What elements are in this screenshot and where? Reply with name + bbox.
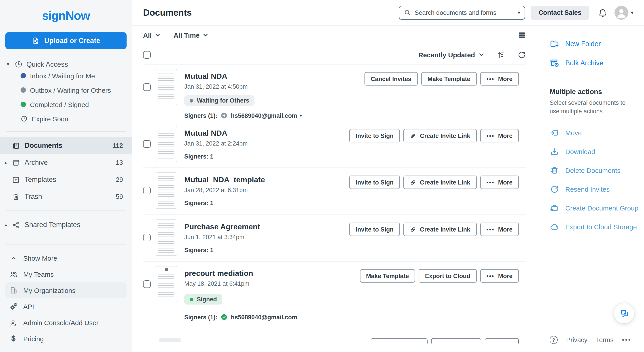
more-button[interactable]: ••• More [480, 129, 519, 142]
contact-sales-button[interactable]: Contact Sales [531, 6, 589, 20]
create-invite-link-button[interactable]: Create Invite Link [404, 129, 476, 142]
document-title[interactable]: Mutual NDA [184, 129, 248, 138]
filter-row: All All Time [132, 26, 537, 45]
download-action[interactable]: Download [550, 142, 644, 161]
sidebar-item-label: Outbox / Waiting for Others [30, 86, 111, 94]
signers-label: Signers (1): [184, 314, 218, 320]
terms-link[interactable]: Terms [596, 336, 614, 343]
signer-pending-icon [221, 112, 228, 119]
more-label: More [498, 272, 512, 279]
row-checkbox[interactable] [143, 234, 151, 241]
document-title[interactable]: precourt mediation [184, 269, 297, 278]
more-button[interactable]: ••• More [480, 269, 519, 283]
resend-invites-action[interactable]: Resend Invites [550, 180, 644, 199]
search-input[interactable] [414, 9, 514, 16]
sidebar-item-pricing[interactable]: $ Pricing [5, 330, 126, 347]
sidebar-item-api[interactable]: API [5, 298, 126, 314]
create-document-group-action[interactable]: Create Document Group [550, 199, 644, 218]
create-invite-link-button[interactable]: Create Invite Link [404, 175, 476, 189]
export-to-cloud-button[interactable]: Export to Cloud [419, 269, 477, 283]
document-date: Jan 31, 2022 at 2:24pm [184, 140, 248, 147]
notifications-bell-icon[interactable] [598, 8, 607, 17]
cancel-invites-button[interactable]: Cancel Invites [364, 72, 418, 86]
sidebar-item-completed[interactable]: Completed / Signed [20, 97, 132, 111]
create-invite-link-button[interactable]: Create Invite Link [404, 223, 476, 236]
list-view-icon[interactable] [518, 31, 526, 39]
document-date: May 18, 2021 at 6:41pm [184, 280, 297, 287]
row-checkbox[interactable] [143, 280, 151, 288]
divider [6, 211, 126, 211]
sidebar-item-templates[interactable]: Templates 29 [0, 171, 132, 188]
caret-down-icon[interactable]: ▾ [631, 10, 633, 15]
privacy-link[interactable]: Privacy [566, 336, 588, 343]
sidebar-item-label: My Organizations [23, 286, 75, 294]
quick-access-label: Quick Access [26, 60, 68, 68]
document-thumbnail[interactable] [156, 220, 177, 256]
invite-to-sign-button[interactable]: Invite to Sign [350, 129, 400, 142]
document-title[interactable]: Mutual NDA [184, 72, 302, 81]
sidebar-item-admin-console[interactable]: Admin Console/Add User [5, 314, 126, 330]
sidebar-item-label: Expire Soon [32, 115, 68, 122]
create-invite-link-label: Create Invite Link [420, 179, 470, 186]
document-row: Purchase Agreement Jun 1, 2021 at 3:34pm… [143, 215, 526, 262]
row-checkbox[interactable] [143, 140, 151, 148]
more-button[interactable]: ••• More [480, 72, 519, 86]
document-title[interactable]: Mutual_NDA_template [184, 175, 265, 185]
invite-to-sign-button[interactable]: Invite to Sign [350, 223, 400, 236]
account-menu[interactable]: ▾ [614, 6, 633, 20]
invite-to-sign-button[interactable]: Invite to Sign [350, 175, 400, 189]
row-checkbox[interactable] [143, 187, 151, 194]
chat-button[interactable] [614, 303, 634, 323]
document-row: Mutual NDA Jan 31, 2022 at 2:24pm Signer… [143, 121, 526, 168]
make-template-button[interactable]: Make Template [421, 72, 477, 86]
sidebar-item-my-organizations[interactable]: My Organizations [5, 282, 126, 298]
document-thumbnail[interactable] [156, 69, 177, 105]
caret-right-icon[interactable]: ▸ [5, 222, 12, 227]
sidebar-item-outbox[interactable]: Outbox / Waiting for Others [20, 83, 132, 97]
completed-dot-icon [20, 102, 26, 107]
sidebar-item-documents[interactable]: Documents 112 [0, 137, 132, 154]
more-button[interactable]: ••• More [480, 175, 519, 189]
new-folder-button[interactable]: New Folder [550, 39, 644, 49]
sidebar-item-archive[interactable]: ▸ Archive 13 [0, 154, 132, 171]
signer-email[interactable]: hs5689040@gmail.com [231, 314, 298, 320]
show-more-toggle[interactable]: Show More [5, 250, 126, 266]
document-title[interactable]: Purchase Agreement [184, 223, 260, 232]
move-action[interactable]: Move [550, 124, 644, 142]
divider [550, 80, 634, 80]
bulk-archive-button[interactable]: Bulk Archive [550, 58, 644, 68]
make-template-button[interactable]: Make Template [360, 269, 415, 283]
more-options-icon[interactable]: ••• [622, 336, 632, 343]
delete-documents-action[interactable]: Delete Documents [550, 161, 644, 180]
sidebar-item-expire-soon[interactable]: Expire Soon [20, 111, 132, 126]
select-all-checkbox[interactable] [143, 51, 151, 58]
avatar[interactable] [614, 6, 628, 20]
help-icon[interactable]: ? [550, 336, 558, 344]
sidebar-section-quick-access[interactable]: ▾ Quick Access [5, 60, 132, 69]
search-caret-icon[interactable]: ▾ [518, 10, 520, 15]
signer-email-dropdown[interactable]: hs5689040@gmail.com ▾ [231, 112, 302, 119]
sort-dropdown[interactable]: Recently Updated [418, 51, 484, 58]
row-checkbox[interactable] [143, 83, 151, 91]
sidebar-item-inbox[interactable]: Inbox / Waiting for Me [20, 69, 132, 83]
sidebar-item-my-teams[interactable]: My Teams [5, 266, 126, 282]
export-to-cloud-storage-action[interactable]: Export to Cloud Storage [550, 218, 644, 236]
sort-order-icon[interactable] [496, 50, 505, 59]
sidebar-item-label: Templates [24, 175, 116, 184]
document-thumbnail[interactable] [156, 172, 177, 209]
documents-icon [12, 141, 20, 150]
more-button[interactable]: ••• More [480, 223, 519, 236]
filter-type-dropdown[interactable]: All [143, 31, 160, 39]
search-box[interactable]: ▾ [399, 6, 525, 20]
document-thumbnail[interactable] [156, 126, 177, 162]
document-thumbnail[interactable] [156, 266, 177, 302]
caret-down-icon[interactable]: ▾ [5, 61, 11, 67]
trash-arrow-icon [550, 166, 559, 175]
signnow-logo[interactable]: signNow [42, 9, 90, 23]
filter-time-dropdown[interactable]: All Time [174, 31, 208, 39]
sidebar-item-trash[interactable]: Trash 59 [0, 188, 132, 205]
caret-right-icon[interactable]: ▸ [5, 160, 12, 165]
upload-or-create-button[interactable]: Upload or Create [5, 32, 126, 49]
sidebar-item-shared-templates[interactable]: ▸ Shared Templates [0, 216, 132, 233]
refresh-icon[interactable] [518, 50, 526, 59]
